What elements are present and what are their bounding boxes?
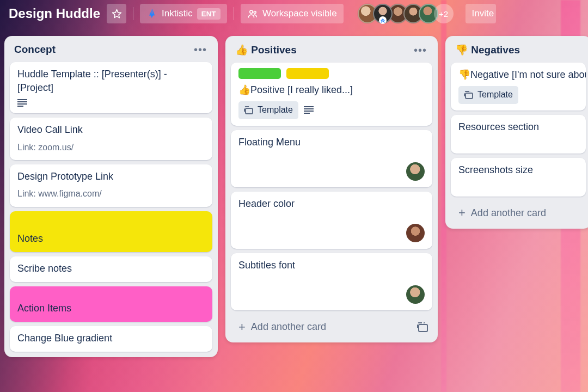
list-title[interactable]: 👎 Negatives xyxy=(455,44,520,56)
divider xyxy=(133,7,133,20)
list-title[interactable]: 👍 Positives xyxy=(235,44,297,56)
template-card[interactable]: 👍Positive [I really liked...] Template xyxy=(231,63,432,126)
create-from-template-button[interactable] xyxy=(417,322,428,332)
plus-icon: + xyxy=(458,208,465,218)
card-title: Design Prototype Link xyxy=(17,170,205,183)
workspace-name: Inktistic xyxy=(162,8,193,19)
board-header: Design Huddle Inktistic ENT Workspace vi… xyxy=(0,0,588,30)
card[interactable]: Resources section xyxy=(451,115,586,154)
card[interactable]: Scribe notes xyxy=(10,256,212,282)
card[interactable]: Action Items xyxy=(10,286,212,322)
card-title: Action Items xyxy=(17,302,205,315)
card[interactable]: Screenshots size xyxy=(451,158,586,197)
card[interactable]: Header color xyxy=(231,192,432,249)
template-icon xyxy=(464,91,473,99)
card[interactable]: Huddle Template :: [Presenter(s)] - [Pro… xyxy=(10,62,212,113)
template-badge: Template xyxy=(458,86,518,103)
card-subtitle: Link: www.figma.com/ xyxy=(17,188,205,200)
atlassian-logo-icon xyxy=(146,8,157,19)
workspace-button[interactable]: Inktistic ENT xyxy=(140,4,227,23)
card[interactable]: Notes xyxy=(10,211,212,252)
board-title[interactable]: Design Huddle xyxy=(9,6,100,21)
list-menu-button[interactable]: ••• xyxy=(413,47,428,53)
card[interactable]: Design Prototype Link Link: www.figma.co… xyxy=(10,164,212,207)
card[interactable]: Video Call Link Link: zoom.us/ xyxy=(10,118,212,160)
card-subtitle: Link: zoom.us/ xyxy=(17,142,205,154)
admin-badge-icon xyxy=(379,16,387,24)
list-positives: 👍 Positives ••• 👍Positive [I really like… xyxy=(225,36,438,342)
visibility-button[interactable]: Workspace visible xyxy=(241,4,344,23)
member-overflow[interactable]: +2 xyxy=(434,4,454,23)
visibility-label: Workspace visible xyxy=(262,8,337,19)
card-title: Resources section xyxy=(458,120,578,134)
plus-icon: + xyxy=(238,322,246,332)
add-card-button[interactable]: + Add another card xyxy=(455,205,549,221)
description-icon xyxy=(304,106,314,114)
svg-point-2 xyxy=(254,11,256,14)
card-title: Change Blue gradient xyxy=(17,332,205,345)
template-badge: Template xyxy=(238,101,298,119)
card-title: Subtitles font xyxy=(238,259,425,272)
card-title: Header color xyxy=(238,197,425,211)
card-member-avatar[interactable] xyxy=(406,285,425,304)
board-members[interactable]: +2 xyxy=(358,4,454,23)
list-concept: Concept ••• Huddle Template :: [Presente… xyxy=(4,36,218,357)
template-icon xyxy=(244,106,253,114)
card-title: 👍Positive [I really liked...] xyxy=(238,83,425,97)
card-member-avatar[interactable] xyxy=(406,162,425,181)
card-title: Huddle Template :: [Presenter(s)] - [Pro… xyxy=(17,68,205,95)
list-negatives: 👎 Negatives 👎Negative [I'm not sure abou… xyxy=(445,36,588,229)
card[interactable]: Floating Menu xyxy=(231,130,432,187)
workspace-plan-badge: ENT xyxy=(197,8,220,20)
label-yellow[interactable] xyxy=(286,68,329,79)
card-title: Screenshots size xyxy=(458,163,578,177)
card-member-avatar[interactable] xyxy=(406,224,425,242)
card-title: Notes xyxy=(17,232,205,246)
card[interactable]: Change Blue gradient xyxy=(10,326,212,352)
star-icon xyxy=(112,9,122,19)
people-icon xyxy=(247,8,258,19)
add-card-button[interactable]: + Add another card xyxy=(235,319,329,335)
card-title: Scribe notes xyxy=(17,262,205,275)
star-button[interactable] xyxy=(107,4,126,23)
svg-point-1 xyxy=(250,10,253,13)
card-title: 👎Negative [I'm not sure about...] xyxy=(458,68,578,82)
svg-marker-0 xyxy=(112,9,121,17)
card[interactable]: Subtitles font xyxy=(231,253,432,310)
board-canvas: Concept ••• Huddle Template :: [Presente… xyxy=(0,30,588,392)
member-avatar[interactable] xyxy=(373,4,393,23)
list-menu-button[interactable]: ••• xyxy=(193,47,208,52)
label-green[interactable] xyxy=(238,68,281,79)
invite-button[interactable]: Invite xyxy=(465,4,497,23)
card-title: Video Call Link xyxy=(17,123,205,137)
description-icon xyxy=(17,99,27,107)
template-card[interactable]: 👎Negative [I'm not sure about...] Templa… xyxy=(451,63,586,111)
divider xyxy=(234,7,234,20)
card-title: Floating Menu xyxy=(238,136,425,149)
list-title[interactable]: Concept xyxy=(14,44,56,56)
